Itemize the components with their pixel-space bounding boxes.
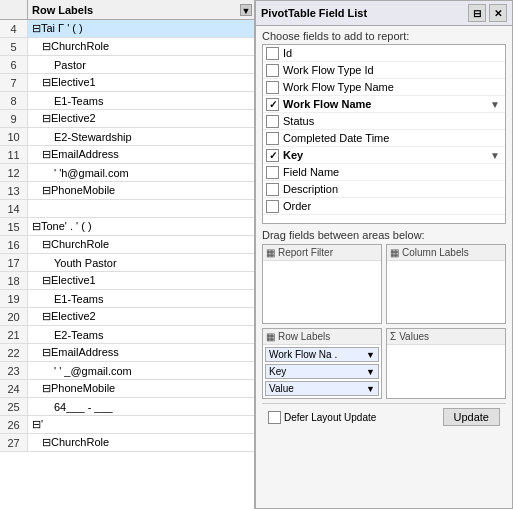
values-area-label: Values bbox=[399, 331, 429, 342]
field-checkbox[interactable] bbox=[266, 132, 279, 145]
table-row[interactable]: 22⊟EmailAddress bbox=[0, 344, 254, 362]
row-label-field-name: Key bbox=[269, 366, 286, 377]
table-row[interactable]: 16⊟ChurchRole bbox=[0, 236, 254, 254]
field-item[interactable]: Description bbox=[263, 181, 505, 198]
field-item[interactable]: Work Flow Type Name bbox=[263, 79, 505, 96]
table-row[interactable]: 14 bbox=[0, 200, 254, 218]
field-tag-dropdown[interactable]: ▼ bbox=[366, 384, 375, 394]
field-item[interactable]: Work Flow Type Id bbox=[263, 62, 505, 79]
row-number-header bbox=[0, 0, 28, 19]
row-label-field-tag[interactable]: Key▼ bbox=[265, 364, 379, 379]
table-row[interactable]: 2564___ - ___ bbox=[0, 398, 254, 416]
sort-icon[interactable]: ▼ bbox=[240, 4, 252, 16]
field-checkbox[interactable] bbox=[266, 166, 279, 179]
field-label: Work Flow Name bbox=[283, 98, 371, 110]
row-labels-area-label: Row Labels bbox=[278, 331, 330, 342]
filter-icon[interactable]: ▼ bbox=[488, 97, 502, 111]
table-row[interactable]: 7⊟Elective1 bbox=[0, 74, 254, 92]
cell-data: ⊟PhoneMobile bbox=[28, 184, 254, 197]
field-item[interactable]: ✓Work Flow Name▼ bbox=[263, 96, 505, 113]
sheet-rows: 4⊟Tai Г ' ( )5⊟ChurchRole6Pastor7⊟Electi… bbox=[0, 20, 254, 452]
row-number: 21 bbox=[0, 326, 28, 343]
cell-data: ⊟' bbox=[28, 418, 254, 431]
table-row[interactable]: 27⊟ChurchRole bbox=[0, 434, 254, 452]
table-row[interactable]: 12' 'h@gmail.com bbox=[0, 164, 254, 182]
pivot-top-areas: ▦ Report Filter ▦ Column Labels bbox=[256, 244, 512, 324]
pivot-footer: Defer Layout Update Update bbox=[262, 403, 506, 430]
field-item[interactable]: Id bbox=[263, 45, 505, 62]
row-number: 13 bbox=[0, 182, 28, 199]
field-label: Completed Date Time bbox=[283, 132, 389, 144]
table-row[interactable]: 23' ' _@gmail.com bbox=[0, 362, 254, 380]
table-row[interactable]: 8E1-Teams bbox=[0, 92, 254, 110]
row-number: 6 bbox=[0, 56, 28, 73]
cell-data: ⊟Elective2 bbox=[28, 310, 254, 323]
table-row[interactable]: 11⊟EmailAddress bbox=[0, 146, 254, 164]
report-filter-area[interactable]: ▦ Report Filter bbox=[262, 244, 382, 324]
field-checkbox[interactable] bbox=[266, 115, 279, 128]
row-labels-area-icon: ▦ bbox=[266, 331, 275, 342]
table-row[interactable]: 26⊟' bbox=[0, 416, 254, 434]
field-item[interactable]: ✓Key▼ bbox=[263, 147, 505, 164]
field-item[interactable]: Order bbox=[263, 198, 505, 215]
table-row[interactable]: 15⊟Tone' . ' ( ) bbox=[0, 218, 254, 236]
pivot-close-btn[interactable]: ✕ bbox=[489, 4, 507, 22]
field-checkbox[interactable]: ✓ bbox=[266, 98, 279, 111]
field-checkbox[interactable]: ✓ bbox=[266, 149, 279, 162]
row-number: 9 bbox=[0, 110, 28, 127]
field-item[interactable]: Field Name bbox=[263, 164, 505, 181]
field-label: Description bbox=[283, 183, 338, 195]
field-item[interactable]: Status bbox=[263, 113, 505, 130]
row-number: 17 bbox=[0, 254, 28, 271]
pivot-icon-btn-1[interactable]: ⊟ bbox=[468, 4, 486, 22]
row-label-field-tag[interactable]: Value▼ bbox=[265, 381, 379, 396]
row-labels-area[interactable]: ▦ Row Labels Work Flow Na .▼Key▼Value▼ bbox=[262, 328, 382, 399]
cell-data: ⊟EmailAddress bbox=[28, 148, 254, 161]
row-labels-text: Row Labels bbox=[32, 4, 93, 16]
pivot-fields-area[interactable]: IdWork Flow Type IdWork Flow Type Name✓W… bbox=[262, 44, 506, 224]
table-row[interactable]: 13⊟PhoneMobile bbox=[0, 182, 254, 200]
field-label: Id bbox=[283, 47, 292, 59]
row-number: 10 bbox=[0, 128, 28, 145]
row-number: 14 bbox=[0, 200, 28, 217]
field-item[interactable]: Completed Date Time bbox=[263, 130, 505, 147]
field-tag-dropdown[interactable]: ▼ bbox=[366, 367, 375, 377]
report-filter-label: Report Filter bbox=[278, 247, 333, 258]
row-number: 18 bbox=[0, 272, 28, 289]
field-checkbox[interactable] bbox=[266, 200, 279, 213]
cell-data: ⊟ChurchRole bbox=[28, 40, 254, 53]
row-label-field-tag[interactable]: Work Flow Na .▼ bbox=[265, 347, 379, 362]
row-number: 15 bbox=[0, 218, 28, 235]
table-row[interactable]: 10E2-Stewardship bbox=[0, 128, 254, 146]
field-checkbox[interactable] bbox=[266, 81, 279, 94]
field-checkbox[interactable] bbox=[266, 64, 279, 77]
row-number: 11 bbox=[0, 146, 28, 163]
defer-checkbox[interactable] bbox=[268, 411, 281, 424]
table-row[interactable]: 21E2-Teams bbox=[0, 326, 254, 344]
table-row[interactable]: 24⊟PhoneMobile bbox=[0, 380, 254, 398]
table-row[interactable]: 9⊟Elective2 bbox=[0, 110, 254, 128]
column-labels-area[interactable]: ▦ Column Labels bbox=[386, 244, 506, 324]
values-area-header: Σ Values bbox=[387, 329, 505, 345]
update-button[interactable]: Update bbox=[443, 408, 500, 426]
table-row[interactable]: 19E1-Teams bbox=[0, 290, 254, 308]
table-row[interactable]: 4⊟Tai Г ' ( ) bbox=[0, 20, 254, 38]
cell-data: E1-Teams bbox=[28, 293, 254, 305]
field-checkbox[interactable] bbox=[266, 47, 279, 60]
table-row[interactable]: 17Youth Pastor bbox=[0, 254, 254, 272]
table-row[interactable]: 6Pastor bbox=[0, 56, 254, 74]
cell-data: E2-Teams bbox=[28, 329, 254, 341]
field-tag-dropdown[interactable]: ▼ bbox=[366, 350, 375, 360]
pivot-title: PivotTable Field List bbox=[261, 7, 367, 19]
table-row[interactable]: 18⊟Elective1 bbox=[0, 272, 254, 290]
values-area[interactable]: Σ Values bbox=[386, 328, 506, 399]
row-number: 19 bbox=[0, 290, 28, 307]
pivot-bottom-areas: ▦ Row Labels Work Flow Na .▼Key▼Value▼ Σ… bbox=[262, 328, 506, 399]
field-checkbox[interactable] bbox=[266, 183, 279, 196]
row-number: 7 bbox=[0, 74, 28, 91]
row-number: 16 bbox=[0, 236, 28, 253]
row-number: 24 bbox=[0, 380, 28, 397]
table-row[interactable]: 5⊟ChurchRole bbox=[0, 38, 254, 56]
table-row[interactable]: 20⊟Elective2 bbox=[0, 308, 254, 326]
filter-icon[interactable]: ▼ bbox=[488, 148, 502, 162]
